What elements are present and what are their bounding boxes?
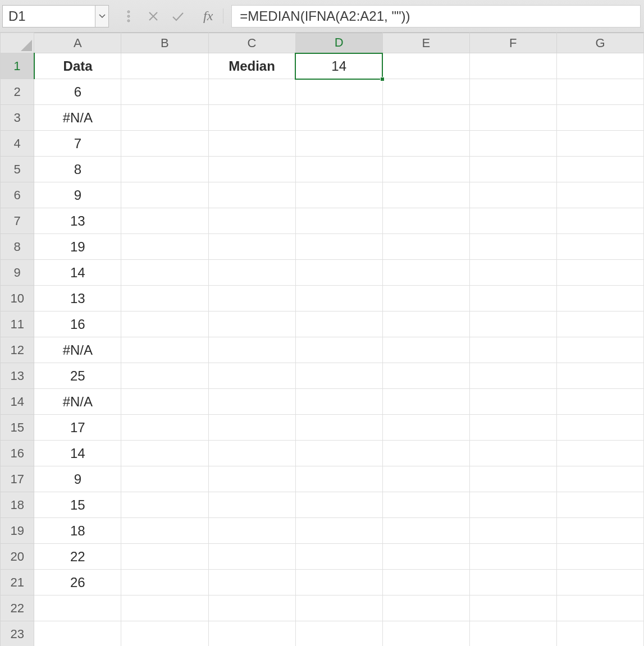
cell-E9[interactable] <box>382 260 469 286</box>
cell-G16[interactable] <box>556 441 643 466</box>
row-header-15[interactable]: 15 <box>1 415 34 441</box>
cell-B9[interactable] <box>121 260 208 286</box>
cell-F20[interactable] <box>469 544 556 570</box>
cell-A5[interactable]: 8 <box>34 157 121 182</box>
cell-B13[interactable] <box>121 363 208 389</box>
cell-G8[interactable] <box>556 234 643 260</box>
cell-B11[interactable] <box>121 311 208 337</box>
column-header-C[interactable]: C <box>208 33 295 53</box>
cell-B4[interactable] <box>121 131 208 157</box>
cell-B8[interactable] <box>121 234 208 260</box>
cell-B5[interactable] <box>121 157 208 182</box>
name-box-dropdown[interactable] <box>95 5 109 28</box>
cell-A11[interactable]: 16 <box>34 311 121 337</box>
row-header-14[interactable]: 14 <box>1 389 34 415</box>
cell-B7[interactable] <box>121 208 208 234</box>
enter-button[interactable] <box>168 7 188 26</box>
cell-G4[interactable] <box>556 131 643 157</box>
row-header-20[interactable]: 20 <box>1 544 34 570</box>
cell-F22[interactable] <box>469 595 556 621</box>
cell-D5[interactable] <box>295 157 382 182</box>
cell-F15[interactable] <box>469 415 556 441</box>
column-header-D[interactable]: D <box>295 33 382 53</box>
cell-E12[interactable] <box>382 337 469 363</box>
row-header-6[interactable]: 6 <box>1 182 34 208</box>
cell-G11[interactable] <box>556 311 643 337</box>
cell-C12[interactable] <box>208 337 295 363</box>
cell-F23[interactable] <box>469 621 556 647</box>
cell-C15[interactable] <box>208 415 295 441</box>
cell-F14[interactable] <box>469 389 556 415</box>
cell-A12[interactable]: #N/A <box>34 337 121 363</box>
cell-G17[interactable] <box>556 466 643 492</box>
cell-F10[interactable] <box>469 286 556 311</box>
cell-E10[interactable] <box>382 286 469 311</box>
cell-E14[interactable] <box>382 389 469 415</box>
cell-E6[interactable] <box>382 182 469 208</box>
cell-G14[interactable] <box>556 389 643 415</box>
cell-D10[interactable] <box>295 286 382 311</box>
cell-G23[interactable] <box>556 621 643 647</box>
cell-D2[interactable] <box>295 79 382 105</box>
cell-B18[interactable] <box>121 492 208 518</box>
cell-C23[interactable] <box>208 621 295 647</box>
cell-A20[interactable]: 22 <box>34 544 121 570</box>
cell-F7[interactable] <box>469 208 556 234</box>
cell-E8[interactable] <box>382 234 469 260</box>
cell-G21[interactable] <box>556 570 643 595</box>
row-header-2[interactable]: 2 <box>1 79 34 105</box>
cell-F8[interactable] <box>469 234 556 260</box>
row-header-21[interactable]: 21 <box>1 570 34 595</box>
cell-B1[interactable] <box>121 53 208 79</box>
row-header-4[interactable]: 4 <box>1 131 34 157</box>
cell-E13[interactable] <box>382 363 469 389</box>
cell-G2[interactable] <box>556 79 643 105</box>
cell-B23[interactable] <box>121 621 208 647</box>
cell-C22[interactable] <box>208 595 295 621</box>
cell-D20[interactable] <box>295 544 382 570</box>
cell-G19[interactable] <box>556 518 643 544</box>
cell-A4[interactable]: 7 <box>34 131 121 157</box>
column-header-B[interactable]: B <box>121 33 208 53</box>
cell-A16[interactable]: 14 <box>34 441 121 466</box>
cell-F3[interactable] <box>469 105 556 131</box>
cell-C11[interactable] <box>208 311 295 337</box>
cell-F4[interactable] <box>469 131 556 157</box>
cell-G18[interactable] <box>556 492 643 518</box>
column-header-F[interactable]: F <box>469 33 556 53</box>
cell-C2[interactable] <box>208 79 295 105</box>
select-all-corner[interactable] <box>1 33 34 53</box>
row-header-3[interactable]: 3 <box>1 105 34 131</box>
options-icon[interactable] <box>119 7 138 26</box>
fx-label[interactable]: fx <box>203 8 223 24</box>
cell-C1[interactable]: Median <box>208 53 295 79</box>
cell-F11[interactable] <box>469 311 556 337</box>
cell-E20[interactable] <box>382 544 469 570</box>
cell-A10[interactable]: 13 <box>34 286 121 311</box>
cell-G13[interactable] <box>556 363 643 389</box>
column-header-G[interactable]: G <box>556 33 643 53</box>
cell-A6[interactable]: 9 <box>34 182 121 208</box>
cell-G7[interactable] <box>556 208 643 234</box>
cell-G22[interactable] <box>556 595 643 621</box>
row-header-7[interactable]: 7 <box>1 208 34 234</box>
cell-B17[interactable] <box>121 466 208 492</box>
cell-E23[interactable] <box>382 621 469 647</box>
cell-C3[interactable] <box>208 105 295 131</box>
cell-C7[interactable] <box>208 208 295 234</box>
cell-E7[interactable] <box>382 208 469 234</box>
row-header-11[interactable]: 11 <box>1 311 34 337</box>
cell-D6[interactable] <box>295 182 382 208</box>
cell-A22[interactable] <box>34 595 121 621</box>
cell-C17[interactable] <box>208 466 295 492</box>
cell-B3[interactable] <box>121 105 208 131</box>
row-header-13[interactable]: 13 <box>1 363 34 389</box>
row-header-17[interactable]: 17 <box>1 466 34 492</box>
cell-E2[interactable] <box>382 79 469 105</box>
cell-D9[interactable] <box>295 260 382 286</box>
cell-F5[interactable] <box>469 157 556 182</box>
cell-E11[interactable] <box>382 311 469 337</box>
cell-D16[interactable] <box>295 441 382 466</box>
column-header-A[interactable]: A <box>34 33 121 53</box>
cell-F18[interactable] <box>469 492 556 518</box>
